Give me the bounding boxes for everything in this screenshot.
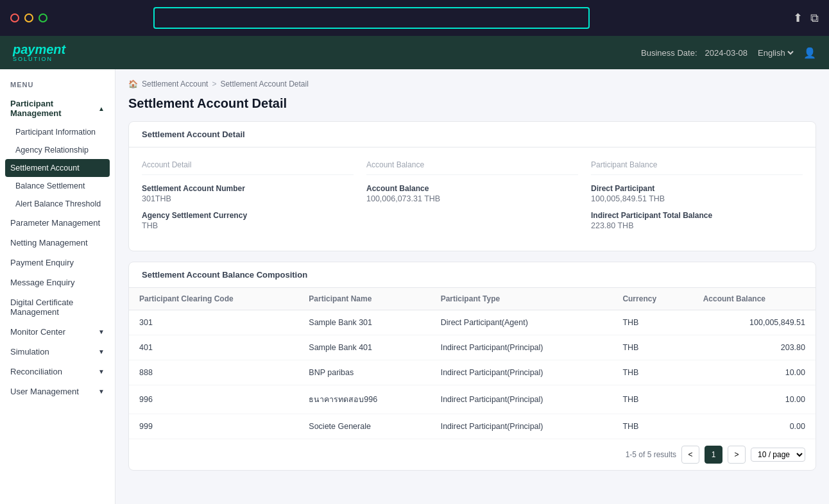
account-balance-value: 100,006,073.31 THB (366, 194, 578, 203)
cell-type: Indirect Participant(Principal) (431, 385, 613, 414)
composition-table: Participant Clearing Code Participant Na… (129, 288, 816, 439)
main-layout: MENU Participant Management ▲ Participan… (0, 69, 829, 504)
cell-clearing-code: 999 (129, 414, 298, 439)
cell-clearing-code: 401 (129, 335, 298, 360)
cell-type: Direct Participant(Agent) (431, 310, 613, 335)
sidebar-section-parameter-management[interactable]: Parameter Management (0, 213, 115, 233)
sidebar-item-balance-settlement[interactable]: Balance Settlement (0, 177, 115, 195)
sidebar-item-participant-information[interactable]: Participant Information (0, 123, 115, 141)
account-balance-header: Account Balance (366, 160, 578, 175)
sidebar-section-reconciliation[interactable]: Reconciliation▼ (0, 362, 115, 382)
cell-balance: 10.00 (693, 385, 816, 414)
pagination: 1-5 of 5 results < 1 > 10 / page 20 / pa… (129, 439, 816, 470)
cell-currency: THB (612, 385, 692, 414)
cell-balance: 100,005,849.51 (693, 310, 816, 335)
sidebar-section-simulation[interactable]: Simulation▼ (0, 342, 115, 362)
table-row: 999 Societe Generale Indirect Participan… (129, 414, 816, 439)
top-search-input[interactable] (153, 7, 590, 29)
breadcrumb-current: Settlement Account Detail (220, 80, 308, 88)
sidebar: MENU Participant Management ▲ Participan… (0, 69, 115, 504)
detail-card-header: Settlement Account Detail (129, 122, 816, 147)
page-1-button[interactable]: 1 (705, 446, 722, 464)
composition-card-header: Settlement Account Balance Composition (129, 262, 816, 288)
cell-name: Societe Generale (298, 414, 430, 439)
cell-currency: THB (612, 335, 692, 360)
cell-balance: 0.00 (693, 414, 816, 439)
cell-balance: 203.80 (693, 335, 816, 360)
sidebar-section-message-enquiry[interactable]: Message Enquiry (0, 273, 115, 292)
top-bar: ⬆ ⧉ (0, 0, 829, 36)
cell-clearing-code: 301 (129, 310, 298, 335)
cell-name: Sample Bank 401 (298, 335, 430, 360)
logo: payment SOLUTION (13, 42, 65, 63)
main-content: 🏠 Settlement Account > Settlement Accoun… (115, 69, 829, 504)
maximize-circle (38, 13, 47, 22)
table-row: 301 Sample Bank 301 Direct Participant(A… (129, 310, 816, 335)
indirect-participant-value: 223.80 THB (591, 221, 803, 230)
sidebar-item-settlement-account[interactable]: Settlement Account (5, 159, 110, 177)
detail-card-body: Account Detail Settlement Account Number… (129, 147, 816, 251)
upload-icon[interactable]: ⬆ (793, 11, 803, 25)
minimize-circle (24, 13, 33, 22)
cell-clearing-code: 888 (129, 360, 298, 385)
account-detail-header: Account Detail (142, 160, 354, 175)
breadcrumb-separator: > (212, 80, 216, 88)
participant-balance-col: Participant Balance Direct Participant 1… (591, 160, 803, 238)
cell-currency: THB (612, 310, 692, 335)
close-circle (10, 13, 19, 22)
layout-icon[interactable]: ⧉ (810, 12, 819, 25)
account-detail-col: Account Detail Settlement Account Number… (142, 160, 354, 238)
participant-balance-header: Participant Balance (591, 160, 803, 175)
table-row: 996 ธนาคารทดสอบ996 Indirect Participant(… (129, 385, 816, 414)
sidebar-item-alert-balance-threshold[interactable]: Alert Balance Threshold (0, 195, 115, 213)
window-controls (10, 13, 47, 22)
breadcrumb-settlement-account[interactable]: Settlement Account (142, 80, 208, 88)
cell-balance: 10.00 (693, 360, 816, 385)
direct-participant-value: 100,005,849.51 THB (591, 194, 803, 203)
cell-name: BNP paribas (298, 360, 430, 385)
account-balance-col: Account Balance Account Balance 100,006,… (366, 160, 578, 238)
top-icon-group: ⬆ ⧉ (793, 11, 819, 25)
sidebar-item-agency-relationship[interactable]: Agency Relationship (0, 141, 115, 159)
results-text: 1-5 of 5 results (626, 450, 676, 459)
composition-card: Settlement Account Balance Composition P… (128, 262, 816, 471)
cell-name: ธนาคารทดสอบ996 (298, 385, 430, 414)
sidebar-section-monitor-center[interactable]: Monitor Center▼ (0, 322, 115, 342)
table-header-row: Participant Clearing Code Participant Na… (129, 288, 816, 310)
business-date-value: 2024-03-08 (705, 48, 748, 58)
breadcrumb: 🏠 Settlement Account > Settlement Accoun… (128, 80, 816, 88)
cell-currency: THB (612, 414, 692, 439)
sidebar-section-user-management[interactable]: User Management▼ (0, 382, 115, 401)
settlement-account-number-label: Settlement Account Number (142, 184, 354, 193)
menu-label: MENU (0, 77, 115, 94)
prev-page-button[interactable]: < (681, 446, 699, 464)
page-title: Settlement Account Detail (128, 96, 816, 111)
sidebar-section-digital-certificate[interactable]: Digital CertificateManagement (0, 292, 115, 322)
sidebar-section-payment-enquiry[interactable]: Payment Enquiry (0, 253, 115, 273)
cell-type: Indirect Participant(Principal) (431, 335, 613, 360)
col-header-currency: Currency (612, 288, 692, 310)
cell-clearing-code: 996 (129, 385, 298, 414)
direct-participant-label: Direct Participant (591, 184, 803, 193)
col-header-name: Participant Name (298, 288, 430, 310)
agency-currency-value: THB (142, 221, 354, 230)
home-icon: 🏠 (128, 80, 138, 88)
sidebar-section-netting-management[interactable]: Netting Management (0, 233, 115, 253)
chevron-up-icon: ▲ (98, 105, 105, 112)
composition-table-wrap: Participant Clearing Code Participant Na… (129, 288, 816, 439)
nav-bar: payment SOLUTION Business Date: 2024-03-… (0, 36, 829, 69)
account-balance-label: Account Balance (366, 184, 578, 193)
detail-card: Settlement Account Detail Account Detail… (128, 121, 816, 251)
user-icon[interactable]: 👤 (803, 47, 816, 59)
table-head: Participant Clearing Code Participant Na… (129, 288, 816, 310)
next-page-button[interactable]: > (728, 446, 746, 464)
nav-right: Business Date: 2024-03-08 English Thai 👤 (641, 47, 816, 59)
business-date-label: Business Date: (641, 48, 697, 58)
cell-type: Indirect Participant(Principal) (431, 360, 613, 385)
settlement-account-number-value: 301THB (142, 194, 354, 203)
agency-currency-label: Agency Settlement Currency (142, 211, 354, 220)
cell-currency: THB (612, 360, 692, 385)
language-select[interactable]: English Thai (755, 47, 796, 58)
per-page-select[interactable]: 10 / page 20 / page 50 / page (751, 448, 805, 462)
sidebar-section-participant-management[interactable]: Participant Management ▲ (0, 94, 115, 123)
